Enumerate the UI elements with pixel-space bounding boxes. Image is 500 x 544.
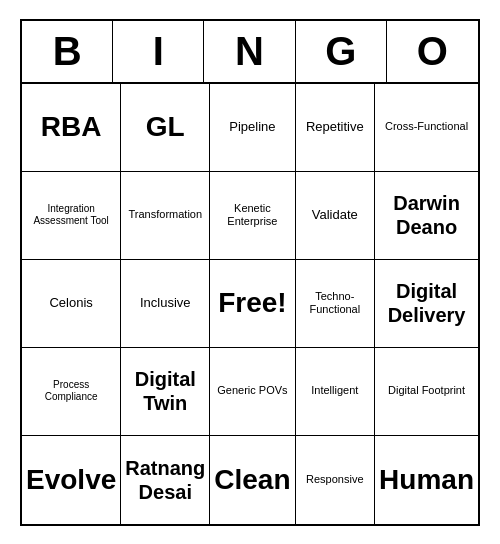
header-letter: N	[204, 21, 295, 82]
bingo-cell: Techno-Functional	[296, 260, 376, 348]
bingo-cell: Ratnang Desai	[121, 436, 210, 524]
bingo-cell: Generic POVs	[210, 348, 295, 436]
bingo-cell: Human	[375, 436, 478, 524]
bingo-cell: Validate	[296, 172, 376, 260]
bingo-cell: GL	[121, 84, 210, 172]
header-letter: G	[296, 21, 387, 82]
bingo-cell: Inclusive	[121, 260, 210, 348]
bingo-cell: Digital Footprint	[375, 348, 478, 436]
header-letter: I	[113, 21, 204, 82]
bingo-cell: Cross-Functional	[375, 84, 478, 172]
bingo-cell: Intelligent	[296, 348, 376, 436]
bingo-cell: Responsive	[296, 436, 376, 524]
bingo-cell: Pipeline	[210, 84, 295, 172]
bingo-cell: Transformation	[121, 172, 210, 260]
bingo-cell: Integration Assessment Tool	[22, 172, 121, 260]
bingo-cell: Evolve	[22, 436, 121, 524]
bingo-card: BINGO RBAGLPipelineRepetitiveCross-Funct…	[20, 19, 480, 526]
bingo-cell: Darwin Deano	[375, 172, 478, 260]
bingo-grid: RBAGLPipelineRepetitiveCross-FunctionalI…	[22, 84, 478, 524]
bingo-cell: Digital Delivery	[375, 260, 478, 348]
bingo-cell: RBA	[22, 84, 121, 172]
bingo-cell: Digital Twin	[121, 348, 210, 436]
bingo-cell: Celonis	[22, 260, 121, 348]
header-letter: O	[387, 21, 478, 82]
bingo-cell: Process Compliance	[22, 348, 121, 436]
bingo-header: BINGO	[22, 21, 478, 84]
bingo-cell: Repetitive	[296, 84, 376, 172]
header-letter: B	[22, 21, 113, 82]
bingo-cell: Kenetic Enterprise	[210, 172, 295, 260]
bingo-cell: Clean	[210, 436, 295, 524]
bingo-cell: Free!	[210, 260, 295, 348]
